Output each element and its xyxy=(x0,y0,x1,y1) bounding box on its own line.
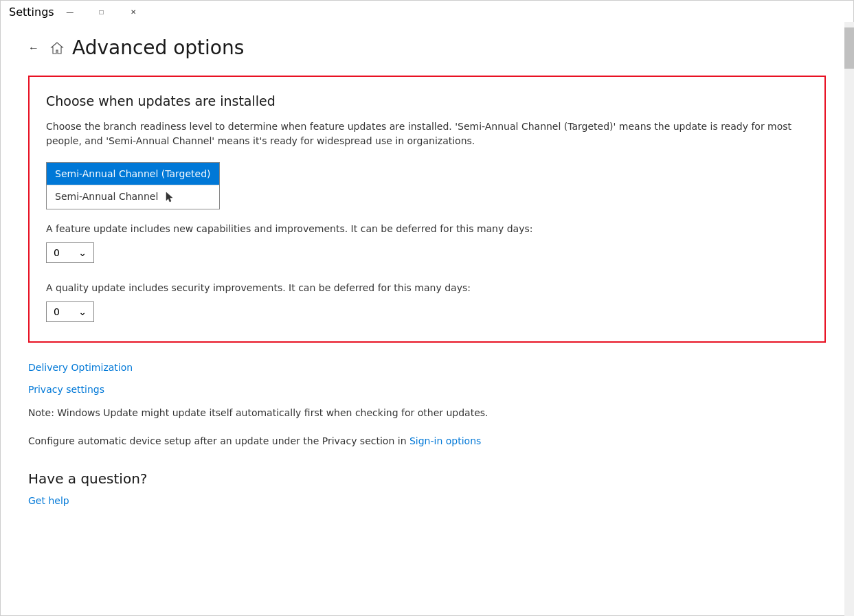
quality-days-value: 0 xyxy=(54,306,60,317)
quality-update-section: A quality update includes security impro… xyxy=(46,282,808,325)
option-label: Semi-Annual Channel xyxy=(55,191,158,202)
quality-days-select[interactable]: 0 ⌄ xyxy=(46,301,94,322)
selected-option-label: Semi-Annual Channel (Targeted) xyxy=(55,168,211,179)
configure-text-before: Configure automatic device setup after a… xyxy=(28,435,409,446)
feature-days-value: 0 xyxy=(54,247,60,258)
window-controls: — □ ✕ xyxy=(54,1,149,23)
page-header: ← Advanced options xyxy=(28,36,826,59)
scrollbar-track[interactable] xyxy=(844,22,854,616)
close-button[interactable]: ✕ xyxy=(117,1,149,23)
main-options-box: Choose when updates are installed Choose… xyxy=(28,76,826,343)
home-icon xyxy=(50,41,64,55)
title-bar: Settings — □ ✕ xyxy=(1,1,853,23)
have-question-heading: Have a question? xyxy=(28,470,826,487)
scrollbar-thumb[interactable] xyxy=(844,27,854,69)
delivery-optimization-link[interactable]: Delivery Optimization xyxy=(28,362,826,373)
content-area: ← Advanced options Choose when updates a… xyxy=(1,23,853,615)
cursor-icon xyxy=(164,191,174,203)
channel-dropdown[interactable]: Semi-Annual Channel (Targeted) Semi-Annu… xyxy=(46,162,220,209)
section-heading: Choose when updates are installed xyxy=(46,93,808,109)
channel-dropdown-container: Semi-Annual Channel (Targeted) Semi-Annu… xyxy=(46,162,220,209)
quality-update-description: A quality update includes security impro… xyxy=(46,282,808,293)
note-text: Note: Windows Update might update itself… xyxy=(28,406,826,420)
back-button[interactable]: ← xyxy=(28,39,45,57)
dropdown-option-semi-annual[interactable]: Semi-Annual Channel xyxy=(47,185,219,209)
configure-text: Configure automatic device setup after a… xyxy=(28,434,826,448)
feature-days-select[interactable]: 0 ⌄ xyxy=(46,242,94,263)
sign-in-options-link[interactable]: Sign-in options xyxy=(409,435,481,446)
maximize-button[interactable]: □ xyxy=(86,1,117,23)
section-description: Choose the branch readiness level to det… xyxy=(46,119,808,148)
dropdown-selected-option[interactable]: Semi-Annual Channel (Targeted) xyxy=(47,163,219,185)
title-bar-title: Settings xyxy=(9,5,54,19)
quality-days-chevron: ⌄ xyxy=(78,306,87,317)
get-help-link[interactable]: Get help xyxy=(28,495,826,506)
privacy-settings-link[interactable]: Privacy settings xyxy=(28,384,826,395)
feature-days-dropdown[interactable]: 0 ⌄ xyxy=(46,242,94,263)
feature-update-description: A feature update includes new capabiliti… xyxy=(46,223,808,234)
minimize-button[interactable]: — xyxy=(54,1,86,23)
feature-days-chevron: ⌄ xyxy=(78,247,87,258)
page-title: Advanced options xyxy=(72,36,244,59)
settings-window: Settings — □ ✕ ← Advanced options Choose… xyxy=(0,0,854,616)
quality-days-dropdown[interactable]: 0 ⌄ xyxy=(46,301,94,322)
